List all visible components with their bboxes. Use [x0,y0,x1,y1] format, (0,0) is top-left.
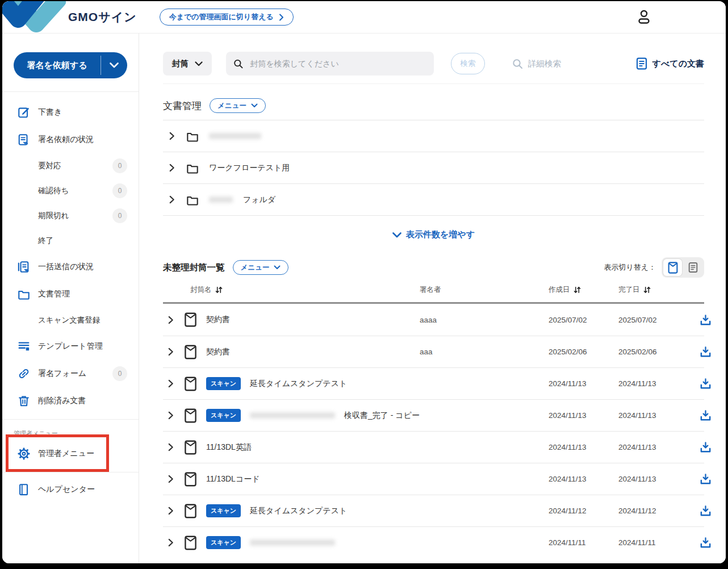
chevron-down-icon [392,232,401,238]
sidebar-item-0[interactable]: 下書き [2,99,139,126]
table-row[interactable]: 契約書aaaa2025/07/022025/07/02 [163,304,704,336]
sidebar-item-2[interactable]: 要対応0 [2,153,139,178]
chevron-down-icon [251,103,258,108]
table-row[interactable]: スキャン延長タイムスタンプテスト2024/11/122024/11/12 [163,495,704,526]
switch-admin-view-button[interactable]: 今までの管理画面に切り替える [160,9,294,26]
chevron-right-icon[interactable] [166,379,175,388]
completed-date-cell: 2024/11/13 [618,443,700,451]
request-signature-button[interactable]: 署名を依頼する [14,52,127,78]
envelope-name-cell: スキャン延長タイムスタンプテスト [163,504,420,518]
search-type-select[interactable]: 封筒 [163,52,212,76]
sidebar-item-10[interactable]: 署名フォーム0 [2,360,139,387]
document-menu-button[interactable]: メニュー [210,98,266,113]
advanced-search-label: 詳細検索 [528,58,561,69]
download-icon[interactable] [700,505,712,517]
sort-icon[interactable] [574,286,581,294]
envelope-icon [184,408,197,423]
redacted-text [209,133,261,139]
sidebar-item-1[interactable]: 署名依頼の状況 [2,126,139,153]
table-row[interactable]: 11/13DL英語2024/11/132024/11/13 [163,431,704,463]
request-signature-label[interactable]: 署名を依頼する [14,52,101,78]
download-icon[interactable] [700,537,712,549]
chevron-right-icon[interactable] [166,348,175,356]
envelope-section-title: 未整理封筒一覧 [163,262,225,274]
chevron-right-icon[interactable] [168,132,176,140]
all-documents-link[interactable]: すべての文書 [636,57,704,70]
column-header-completed[interactable]: 完了日 [618,285,700,295]
document-view-button[interactable] [684,259,702,276]
sidebar-item-6[interactable]: 一括送信の状況 [2,253,139,281]
created-date-cell: 2024/11/13 [549,411,618,420]
completed-date-cell: 2024/11/12 [618,507,700,515]
sort-icon[interactable] [215,286,223,294]
app-window: GMOサイン 今までの管理画面に切り替える 署名を依頼する 下書き署名依頼の状況… [1,0,727,564]
signer-cell: aaaa [420,316,549,324]
download-icon[interactable] [700,314,712,326]
show-more-link[interactable]: 表示件数を増やす [163,229,704,240]
envelope-icon [668,262,678,274]
chevron-right-icon[interactable] [166,507,175,515]
download-icon[interactable] [700,441,712,453]
search-input-wrap[interactable] [226,52,434,76]
advanced-search-link[interactable]: 詳細検索 [512,58,561,69]
count-badge: 0 [112,158,127,173]
sidebar-item-help-center[interactable]: ヘルプセンター [2,476,139,503]
envelope-view-button[interactable] [663,259,682,276]
created-date-cell: 2024/11/13 [549,475,618,483]
sidebar-item-3[interactable]: 確認待ち0 [2,178,139,203]
chevron-right-icon[interactable] [166,538,175,547]
sidebar-item-8[interactable]: スキャン文書登録 [2,308,139,333]
folder-row[interactable]: ワークフローテスト用 [163,152,704,183]
envelope-name-cell: スキャン延長タイムスタンプテスト [163,376,420,391]
folder-row[interactable] [163,120,704,152]
sidebar-item-admin-menu[interactable]: 管理者メニュー [2,440,139,467]
table-row[interactable]: スキャン延長タイムスタンプテスト2024/11/132024/11/13 [163,367,704,399]
column-header-signer: 署名者 [420,285,549,295]
sidebar-item-label: 期限切れ [38,211,69,221]
envelope-menu-button[interactable]: メニュー [233,260,289,275]
user-account-icon[interactable] [636,9,652,26]
envelope-name: 契約書 [206,347,230,357]
sidebar-item-5[interactable]: 終了 [2,228,139,253]
envelope-icon [184,312,197,327]
chevron-right-icon[interactable] [166,475,175,483]
request-signature-dropdown[interactable] [101,52,127,78]
show-more-label: 表示件数を増やす [406,229,475,240]
scan-badge: スキャン [206,536,241,549]
created-date-cell: 2024/11/13 [549,443,618,451]
column-header-name[interactable]: 封筒名 [163,285,420,295]
download-icon[interactable] [700,473,712,485]
table-row[interactable]: 11/13DLコード2024/11/132024/11/13 [163,463,704,495]
folder-icon [186,162,199,174]
sidebar-item-label: 文書管理 [38,289,70,299]
folder-icon [186,194,199,206]
column-label: 署名者 [420,285,441,295]
table-row[interactable]: スキャン2024/11/112024/11/11 [163,526,704,558]
document-icon [636,57,647,70]
chevron-right-icon[interactable] [166,411,175,420]
chevron-right-icon[interactable] [168,195,176,204]
chevron-right-icon[interactable] [166,316,175,324]
gear-icon [18,447,30,460]
table-row[interactable]: 契約書aaa2025/02/062025/02/06 [163,336,704,367]
sidebar-item-7[interactable]: 文書管理 [2,281,139,308]
search-button[interactable]: 検索 [451,53,485,74]
sidebar-item-9[interactable]: テンプレート管理 [2,333,139,360]
count-badge: 0 [112,208,127,223]
download-icon[interactable] [700,346,712,358]
sidebar-item-label: 管理者メニュー [38,449,94,459]
search-input[interactable] [249,58,426,69]
chevron-right-icon[interactable] [168,164,176,172]
sidebar-item-4[interactable]: 期限切れ0 [2,203,139,228]
chevron-right-icon[interactable] [166,443,175,451]
download-icon[interactable] [700,409,712,421]
download-icon[interactable] [700,378,712,390]
sidebar-item-11[interactable]: 削除済み文書 [2,387,139,415]
sign-status-icon [18,133,30,146]
table-row[interactable]: スキャン検収書_完了 - コピー2024/11/132024/11/13 [163,399,704,431]
trash-icon [18,395,30,407]
sort-icon[interactable] [643,286,651,294]
column-header-created[interactable]: 作成日 [549,285,618,295]
folder-row[interactable]: フォルダ [163,183,704,215]
table-header: 封筒名 署名者 作成日 完了日 [163,278,704,304]
